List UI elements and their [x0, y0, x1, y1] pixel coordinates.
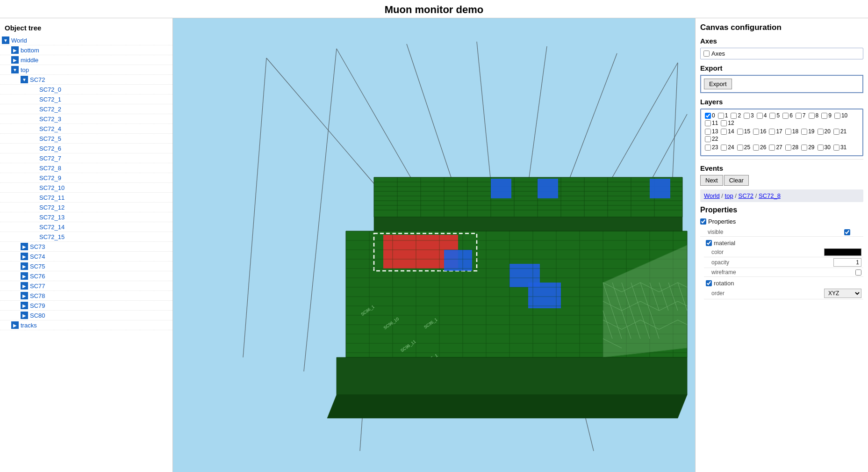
- tree-label-SC72_15: SC72_15: [39, 233, 65, 240]
- svg-rect-36: [650, 179, 670, 198]
- layer-item-30: 30: [818, 144, 831, 151]
- layer-item-5: 5: [769, 112, 780, 119]
- tree-item-world[interactable]: World: [0, 36, 172, 45]
- breadcrumb-top[interactable]: top: [725, 192, 733, 199]
- layer-checkbox-9[interactable]: [821, 113, 827, 119]
- visible-label: visible: [708, 229, 844, 235]
- wireframe-checkbox[interactable]: [855, 269, 861, 276]
- breadcrumb-sc72[interactable]: SC72: [739, 192, 754, 199]
- tree-item-SC72_2[interactable]: SC72_2: [0, 104, 172, 114]
- layer-item-13: 13: [705, 128, 718, 135]
- tree-item-bottom[interactable]: bottom: [0, 45, 172, 55]
- tree-item-SC72_15[interactable]: SC72_15: [0, 232, 172, 242]
- next-button[interactable]: Next: [700, 175, 723, 186]
- tree-item-SC79[interactable]: SC79: [0, 301, 172, 311]
- layer-item-26: 26: [753, 144, 766, 151]
- tree-item-middle[interactable]: middle: [0, 55, 172, 65]
- rotation-checkbox[interactable]: [706, 280, 712, 286]
- layer-checkbox-24[interactable]: [721, 145, 727, 151]
- order-select[interactable]: XYZ XZY YXZ YZX ZXY ZYX: [824, 289, 861, 298]
- layer-checkbox-6[interactable]: [782, 113, 789, 119]
- layer-checkbox-25[interactable]: [737, 145, 743, 151]
- svg-marker-37: [374, 217, 682, 231]
- tree-item-SC72_8[interactable]: SC72_8: [0, 163, 172, 173]
- clear-button[interactable]: Clear: [724, 175, 749, 186]
- layer-checkbox-8[interactable]: [809, 113, 815, 119]
- tree-item-SC72_6[interactable]: SC72_6: [0, 144, 172, 153]
- events-section: Events: [700, 164, 863, 172]
- tree-item-SC75[interactable]: SC75: [0, 261, 172, 271]
- color-swatch[interactable]: [824, 248, 861, 256]
- layer-checkbox-4[interactable]: [757, 113, 763, 119]
- layer-checkbox-29[interactable]: [801, 145, 807, 151]
- tree-label-SC72_3: SC72_3: [39, 116, 61, 123]
- layer-checkbox-20[interactable]: [818, 129, 824, 135]
- tree-item-SC72_7[interactable]: SC72_7: [0, 153, 172, 163]
- tree-item-SC80[interactable]: SC80: [0, 311, 172, 320]
- layer-checkbox-11[interactable]: [705, 120, 711, 126]
- tree-item-SC72_4[interactable]: SC72_4: [0, 124, 172, 134]
- canvas-panel[interactable]: SC96_1 SC96_10 SC95_1 SC96_11 SC95_1: [173, 18, 695, 472]
- tree-item-SC73[interactable]: SC73: [0, 242, 172, 252]
- layer-label-30: 30: [825, 144, 831, 151]
- tree-item-SC72_3[interactable]: SC72_3: [0, 114, 172, 124]
- layer-checkbox-18[interactable]: [785, 129, 791, 135]
- properties-checkbox[interactable]: [700, 218, 706, 225]
- layer-checkbox-28[interactable]: [785, 145, 791, 151]
- tree-label-SC72_11: SC72_11: [39, 194, 65, 201]
- material-header: material: [704, 239, 863, 247]
- tree-item-SC76[interactable]: SC76: [0, 271, 172, 281]
- tree-item-top[interactable]: top: [0, 65, 172, 75]
- tree-item-SC78[interactable]: SC78: [0, 291, 172, 301]
- material-checkbox[interactable]: [706, 240, 712, 246]
- layer-checkbox-0[interactable]: [705, 113, 711, 119]
- layers-section: Layers: [700, 98, 863, 106]
- tree-item-SC72_9[interactable]: SC72_9: [0, 173, 172, 183]
- tree-label-SC72: SC72: [30, 76, 45, 83]
- config-title: Canvas configuration: [700, 23, 863, 32]
- layer-item-2: 2: [731, 112, 741, 119]
- breadcrumb-sc72-8[interactable]: SC72_8: [759, 192, 781, 199]
- layer-checkbox-15[interactable]: [737, 129, 743, 135]
- layer-checkbox-31[interactable]: [833, 145, 839, 151]
- layer-checkbox-3[interactable]: [744, 113, 750, 119]
- layer-checkbox-19[interactable]: [801, 129, 807, 135]
- tree-label-middle: middle: [21, 57, 38, 64]
- layer-checkbox-2[interactable]: [731, 113, 737, 119]
- visible-checkbox[interactable]: [844, 229, 850, 235]
- layer-checkbox-30[interactable]: [818, 145, 824, 151]
- tree-item-SC72_13[interactable]: SC72_13: [0, 212, 172, 222]
- layer-label-18: 18: [792, 128, 798, 135]
- layer-checkbox-23[interactable]: [705, 145, 711, 151]
- layer-checkbox-13[interactable]: [705, 129, 711, 135]
- layer-checkbox-17[interactable]: [769, 129, 775, 135]
- layer-checkbox-5[interactable]: [769, 113, 775, 119]
- layer-checkbox-12[interactable]: [721, 120, 727, 126]
- layer-checkbox-27[interactable]: [769, 145, 775, 151]
- tree-item-SC72_0[interactable]: SC72_0: [0, 85, 172, 94]
- tree-item-SC72_1[interactable]: SC72_1: [0, 94, 172, 104]
- layer-checkbox-14[interactable]: [721, 129, 727, 135]
- tree-item-SC72_14[interactable]: SC72_14: [0, 222, 172, 232]
- tree-item-SC72_10[interactable]: SC72_10: [0, 183, 172, 193]
- opacity-input[interactable]: 1: [833, 258, 861, 267]
- layer-checkbox-16[interactable]: [753, 129, 759, 135]
- layer-checkbox-7[interactable]: [796, 113, 802, 119]
- svg-rect-35: [538, 179, 558, 198]
- tree-item-SC74[interactable]: SC74: [0, 252, 172, 261]
- tree-item-SC72[interactable]: SC72: [0, 75, 172, 85]
- tree-item-SC72_11[interactable]: SC72_11: [0, 193, 172, 203]
- layer-checkbox-10[interactable]: [834, 113, 840, 119]
- layer-checkbox-22[interactable]: [705, 136, 711, 142]
- tree-item-SC72_5[interactable]: SC72_5: [0, 134, 172, 144]
- layer-checkbox-26[interactable]: [753, 145, 759, 151]
- layer-checkbox-21[interactable]: [833, 129, 839, 135]
- breadcrumb-world[interactable]: World: [704, 192, 720, 199]
- axes-checkbox[interactable]: [703, 51, 710, 57]
- tree-item-tracks[interactable]: tracks: [0, 320, 172, 330]
- tree-item-SC72_12[interactable]: SC72_12: [0, 203, 172, 212]
- layer-item-21: 21: [833, 128, 846, 135]
- layer-checkbox-1[interactable]: [718, 113, 724, 119]
- export-button[interactable]: Export: [704, 79, 732, 89]
- tree-item-SC77[interactable]: SC77: [0, 281, 172, 291]
